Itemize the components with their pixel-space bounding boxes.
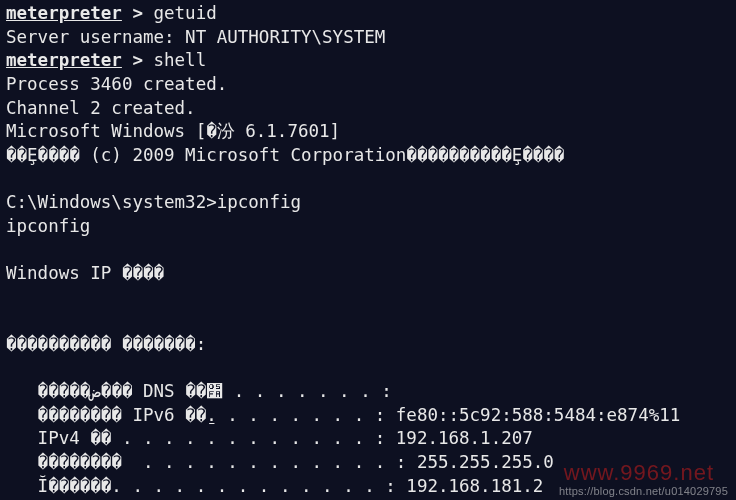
terminal-line — [6, 356, 730, 380]
prompt-name: meterpreter — [6, 3, 122, 23]
terminal-line — [6, 309, 730, 333]
terminal-output: meterpreter > getuidServer username: NT … — [0, 0, 736, 500]
prompt-arrow: > — [122, 3, 154, 23]
terminal-line: Server username: NT AUTHORITY\SYSTEM — [6, 26, 730, 50]
terminal-line: meterpreter > shell — [6, 49, 730, 73]
terminal-line: IPv4 �� . . . . . . . . . . . . : 192.16… — [6, 427, 730, 451]
terminal-line: Microsoft Windows [�汾 6.1.7601] — [6, 120, 730, 144]
terminal-line: meterpreter > getuid — [6, 2, 730, 26]
terminal-line: ���������� �������: — [6, 333, 730, 357]
terminal-line — [6, 286, 730, 310]
prompt-arrow: > — [122, 50, 154, 70]
terminal-line: Process 3460 created. — [6, 73, 730, 97]
terminal-line — [6, 238, 730, 262]
prompt-name: meterpreter — [6, 50, 122, 70]
terminal-line — [6, 167, 730, 191]
terminal-line: �����ض��� DNS ��׺ . . . . . . . : — [6, 380, 730, 404]
prompt-command: shell — [154, 50, 207, 70]
terminal-line: ��Ȩ���� (c) 2009 Microsoft Corporation��… — [6, 144, 730, 168]
terminal-line: �������� . . . . . . . . . . . . : 255.2… — [6, 451, 730, 475]
terminal-line: Channel 2 created. — [6, 97, 730, 121]
watermark-csdn: https://blog.csdn.net/u014029795 — [559, 484, 728, 499]
prompt-command: getuid — [154, 3, 217, 23]
terminal-line: Windows IP ���� — [6, 262, 730, 286]
terminal-line: C:\Windows\system32>ipconfig — [6, 191, 730, 215]
terminal-line: ipconfig — [6, 215, 730, 239]
terminal-line: �������� IPv6 ��ַ. . . . . . . . : fe80:… — [6, 404, 730, 428]
